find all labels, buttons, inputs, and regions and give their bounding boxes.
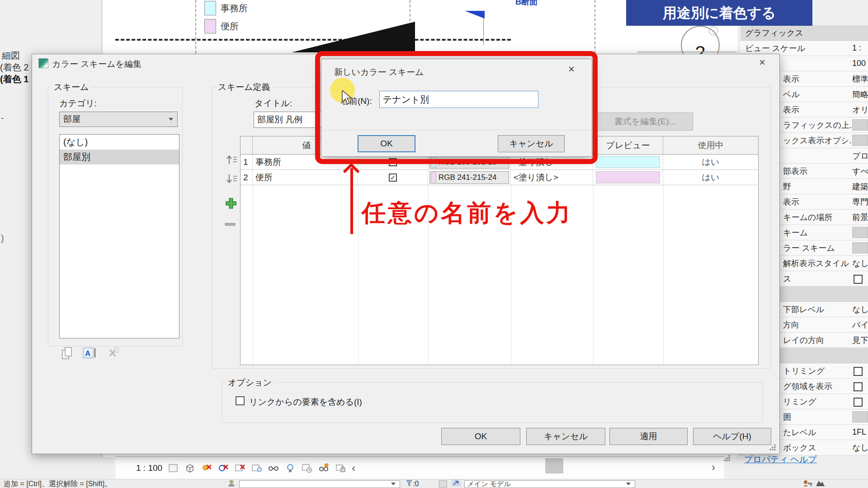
reveal-hidden-button[interactable] bbox=[284, 462, 296, 474]
checkbox-unchecked[interactable] bbox=[854, 275, 863, 284]
sync-monitor-icon[interactable] bbox=[815, 479, 825, 488]
dialog-icon bbox=[38, 58, 48, 68]
checkbox-checked[interactable]: ✓ bbox=[389, 158, 397, 166]
table-row[interactable]: 2 便所 ✓ RGB 241-215-24 <塗り潰し> はい bbox=[241, 170, 758, 185]
edit-format-button[interactable]: 書式を編集(E)... bbox=[597, 113, 693, 131]
col-inuse: 使用中 bbox=[663, 136, 758, 154]
apply-button[interactable]: 適用 bbox=[609, 428, 688, 445]
shadows-off-button[interactable] bbox=[217, 462, 229, 474]
edit-button[interactable] bbox=[852, 135, 868, 146]
collapse-bar-icon[interactable]: ‹ bbox=[352, 462, 355, 474]
project-browser-fragment-selected: (着色 1 bbox=[0, 73, 28, 85]
remove-row-button[interactable] bbox=[225, 221, 236, 229]
scroll-right-icon[interactable]: › bbox=[712, 461, 715, 474]
category-dropdown[interactable]: 部屋 bbox=[59, 112, 178, 127]
crop-region-icon bbox=[251, 462, 263, 474]
color-chip bbox=[431, 173, 436, 183]
minus-icon bbox=[225, 222, 236, 227]
chevron-down-icon bbox=[169, 118, 173, 121]
include-links-checkbox[interactable] bbox=[236, 396, 245, 405]
workset-dropdown[interactable] bbox=[239, 480, 400, 488]
editing-requests-icon[interactable] bbox=[802, 479, 812, 488]
detail-level-button[interactable] bbox=[184, 462, 196, 474]
ok-button[interactable]: OK bbox=[441, 428, 520, 445]
cancel-button[interactable]: キャンセル bbox=[498, 135, 565, 152]
plus-icon bbox=[224, 196, 238, 211]
legend-item: 便所 bbox=[204, 19, 239, 33]
dashed-gridline-vertical bbox=[195, 0, 196, 53]
color-button[interactable]: RGB 209-251-25 bbox=[429, 156, 509, 169]
edit-button[interactable] bbox=[852, 242, 868, 253]
close-icon[interactable]: × bbox=[759, 58, 765, 67]
preview-cell bbox=[593, 155, 663, 169]
rename-scheme-button[interactable]: A bbox=[83, 347, 96, 361]
temporary-hide-button[interactable] bbox=[268, 462, 279, 474]
hide-analytical-button[interactable] bbox=[318, 462, 330, 474]
analytical-icon bbox=[318, 462, 330, 474]
row-number: 2 bbox=[241, 170, 253, 185]
pin-grip-icon[interactable]: − bbox=[709, 26, 718, 35]
help-button[interactable]: ヘルプ(H) bbox=[693, 428, 771, 445]
design-option-value: メイン モデル bbox=[467, 480, 511, 488]
scheme-list-item[interactable]: (なし) bbox=[60, 135, 179, 150]
cancel-button[interactable]: キャンセル bbox=[526, 428, 605, 445]
inuse-cell: はい bbox=[663, 170, 758, 185]
title-input[interactable]: 部屋別 凡例 bbox=[254, 112, 324, 128]
edit-button[interactable] bbox=[852, 119, 868, 131]
scheme-list-item-selected[interactable]: 部屋別 bbox=[60, 150, 179, 164]
duplicate-icon bbox=[61, 346, 74, 361]
splitter-grip[interactable] bbox=[723, 455, 731, 462]
category-value: 部屋 bbox=[63, 113, 80, 125]
ok-button[interactable]: OK bbox=[358, 135, 415, 152]
table-row[interactable]: 1 事務所 ✓ RGB 209-251-25 <塗り潰し> はい bbox=[241, 155, 758, 170]
constraints-button[interactable] bbox=[335, 462, 346, 474]
move-row-up-button[interactable] bbox=[226, 154, 238, 167]
color-cell[interactable]: RGB 241-215-24 bbox=[428, 170, 511, 185]
edit-button[interactable] bbox=[852, 227, 868, 238]
select-toggle-button[interactable] bbox=[439, 480, 447, 488]
value-cell[interactable]: 便所 bbox=[253, 170, 358, 185]
temporary-view-properties-button[interactable] bbox=[301, 462, 313, 474]
properties-help-link[interactable]: プロパティ ヘルプ bbox=[744, 454, 817, 465]
status-hint: 追加 = [Ctrl]、選択解除 = [Shift]。 bbox=[4, 479, 112, 488]
sun-path-off-button[interactable] bbox=[201, 462, 212, 474]
move-up-icon bbox=[226, 154, 238, 165]
move-row-down-button[interactable] bbox=[226, 173, 238, 186]
design-option-dropdown[interactable]: メイン モデル bbox=[464, 480, 635, 488]
visible-cell[interactable]: ✓ bbox=[358, 170, 428, 185]
checkbox-unchecked[interactable] bbox=[854, 382, 863, 391]
shadows-off-icon bbox=[218, 462, 229, 474]
crop-off-button[interactable] bbox=[234, 462, 246, 474]
crop-region-button[interactable] bbox=[251, 462, 263, 474]
definition-group-label: スキーム定義 bbox=[216, 81, 272, 93]
worksets-icon bbox=[227, 479, 236, 488]
filter-icon[interactable] bbox=[406, 479, 413, 488]
project-browser-fragment: 細図 bbox=[2, 50, 20, 62]
duplicate-scheme-button[interactable] bbox=[61, 346, 74, 362]
pattern-cell[interactable]: <塗り潰し> bbox=[511, 170, 593, 185]
dialog-title: 新しいカラー スキーム bbox=[334, 66, 424, 78]
checkbox-unchecked[interactable] bbox=[854, 398, 863, 407]
view-control-bar: 1 : 100 ‹ bbox=[115, 456, 724, 479]
edit-button[interactable] bbox=[852, 411, 868, 422]
project-browser-fragment: ) bbox=[1, 233, 4, 244]
view-clock-icon bbox=[301, 462, 313, 474]
resize-grip[interactable] bbox=[769, 444, 776, 451]
select-arrow-button[interactable] bbox=[452, 479, 461, 488]
glasses-icon bbox=[268, 462, 279, 474]
delete-scheme-button[interactable] bbox=[108, 346, 121, 361]
checkbox-unchecked[interactable] bbox=[854, 367, 863, 376]
name-input[interactable]: テナント別 bbox=[379, 91, 538, 108]
color-scheme-table: 値 プレビュー 使用中 1 事務所 ✓ RGB 209-251-25 <塗り潰し… bbox=[240, 136, 759, 365]
scheme-list[interactable]: (なし) 部屋別 bbox=[59, 134, 179, 338]
add-row-button[interactable] bbox=[224, 196, 238, 212]
close-icon[interactable]: × bbox=[568, 65, 575, 74]
view-scale-button[interactable]: 1 : 100 bbox=[136, 463, 162, 473]
checkbox-checked[interactable]: ✓ bbox=[389, 174, 397, 182]
cube-icon bbox=[184, 462, 195, 474]
section-label: B断面 bbox=[515, 0, 538, 7]
visual-style-button[interactable] bbox=[167, 462, 179, 474]
color-button[interactable]: RGB 241-215-24 bbox=[429, 171, 509, 184]
horizontal-scrollbar-thumb[interactable] bbox=[545, 458, 563, 474]
table-gridline bbox=[358, 185, 359, 365]
